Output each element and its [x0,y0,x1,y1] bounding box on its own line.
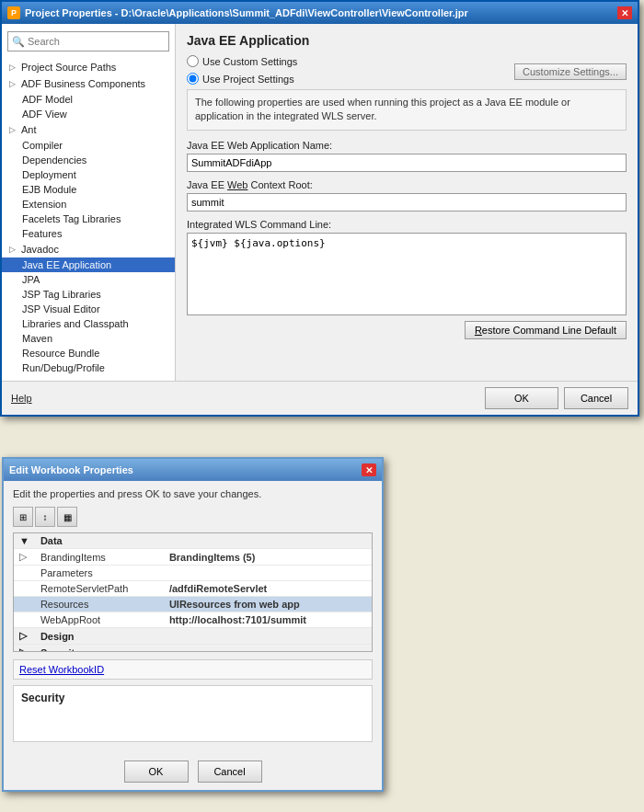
sidebar-item-jsp-visual-editor[interactable]: JSP Visual Editor [2,302,175,316]
sidebar-item-run-debug-profile[interactable]: Run/Debug/Profile [2,360,175,375]
workbook-cancel-button[interactable]: Cancel [198,761,262,783]
prop-row-remote-servlet-path[interactable]: RemoteServletPath /adfdiRemoteServlet [14,581,372,597]
sidebar-item-extension[interactable]: Extension [2,197,175,212]
sidebar-item-project-source-paths[interactable]: ▷ Project Source Paths [2,59,175,75]
workbook-body: Edit the properties and press OK to save… [4,481,382,757]
prop-row-parameters[interactable]: Parameters [14,566,372,581]
security-label-box: Security [13,685,373,742]
group-design[interactable]: ▷ Design [14,628,372,645]
expand-icon: ▷ [6,243,18,256]
prop-row-branding-items[interactable]: ▷ BrandingItems BrandingItems (5) [14,549,372,566]
toolbar-table-button[interactable]: ▦ [57,507,77,527]
radio-project-settings-label: Use Project Settings [202,74,294,85]
tree-items: ▷ Project Source Paths ▷ ADF Business Co… [2,57,175,377]
sidebar-item-javadoc[interactable]: ▷ Javadoc [2,241,175,257]
property-table: ▼ Data ▷ BrandingItems BrandingItems (5)… [14,533,372,652]
expand-icon: ▼ [14,533,35,549]
workbook-properties-dialog: Edit Workbook Properties ✕ Edit the prop… [2,457,384,792]
search-input[interactable] [28,36,165,47]
group-data[interactable]: ▼ Data [14,533,372,549]
restore-command-line-button[interactable]: Restore Command Line Default [465,321,627,339]
right-panel: Java EE Application Use Custom Settings … [176,24,638,381]
sidebar-item-features[interactable]: Features [2,226,175,241]
main-dialog-footer: Help OK Cancel [2,381,638,415]
expand-icon: ▷ [6,123,18,136]
workbook-footer: OK Cancel [4,757,382,790]
group-security[interactable]: ▷ Security [14,645,372,653]
sidebar-item-jpa[interactable]: JPA [2,272,175,287]
main-dialog: P Project Properties - D:\Oracle\Applica… [0,0,639,417]
sidebar-item-maven[interactable]: Maven [2,331,175,346]
sidebar-item-java-ee-application[interactable]: Java EE Application [2,257,175,272]
sidebar-item-adf-business-components[interactable]: ▷ ADF Business Components [2,75,175,92]
customize-settings-button[interactable]: Customize Settings... [514,63,627,80]
main-dialog-title: Project Properties - D:\Oracle\Applicati… [25,7,468,18]
sidebar-item-resource-bundle[interactable]: Resource Bundle [2,346,175,360]
search-icon: 🔍 [12,36,25,48]
toolbar-grid-button[interactable]: ⊞ [13,507,33,527]
search-box: 🔍 [7,31,169,51]
sidebar-item-dependencies[interactable]: Dependencies [2,153,175,167]
expand-icon: ▷ [14,628,35,645]
prop-row-resources[interactable]: Resources UIResources from web app [14,597,372,612]
prop-row-web-app-root[interactable]: WebAppRoot http://localhost:7101/summit [14,612,372,628]
main-title-bar: P Project Properties - D:\Oracle\Applica… [2,2,638,24]
web-underline: Web [227,179,247,190]
toolbar-sort-button[interactable]: ↕ [35,507,55,527]
sidebar-item-adf-view[interactable]: ADF View [2,107,175,121]
radio-project-settings-row: Use Project Settings [187,73,297,85]
web-app-name-input[interactable] [187,154,627,172]
sidebar-item-facelets-tag-libraries[interactable]: Facelets Tag Libraries [2,212,175,226]
web-context-root-input[interactable] [187,193,627,212]
sidebar-item-compiler[interactable]: Compiler [2,138,175,153]
radio-custom-settings-label: Use Custom Settings [202,56,297,67]
workbook-ok-button[interactable]: OK [124,761,189,783]
property-table-container: ▼ Data ▷ BrandingItems BrandingItems (5)… [13,532,373,652]
radio-project-settings[interactable] [187,73,199,85]
dialog-content: 🔍 ▷ Project Source Paths ▷ ADF Business … [2,24,638,381]
workbook-close-button[interactable]: ✕ [362,463,376,476]
main-cancel-button[interactable]: Cancel [564,387,628,409]
main-close-button[interactable]: ✕ [617,6,632,19]
workbook-description: Edit the properties and press OK to save… [13,488,373,499]
expand-icon: ▷ [14,549,35,566]
sidebar-item-ejb-module[interactable]: EJB Module [2,182,175,197]
left-panel: 🔍 ▷ Project Source Paths ▷ ADF Business … [2,24,176,381]
panel-title: Java EE Application [187,33,627,48]
command-line-textarea[interactable]: ${jvm} ${java.options} [187,233,627,315]
security-label: Security [21,692,64,704]
info-box: The following properties are used when r… [187,89,627,131]
sidebar-item-deployment[interactable]: Deployment [2,167,175,182]
main-ok-button[interactable]: OK [485,387,558,409]
radio-group: Use Custom Settings Use Project Settings… [187,55,627,87]
expand-icon: ▷ [14,645,35,653]
sidebar-item-jsp-tag-libraries[interactable]: JSP Tag Libraries [2,287,175,302]
expand-icon: ▷ [6,77,18,90]
expand-icon: ▷ [6,61,18,74]
app-icon: P [7,6,20,19]
radio-custom-settings-row: Use Custom Settings [187,55,297,67]
web-app-name-label: Java EE Web Application Name: [187,140,627,151]
workbook-dialog-title: Edit Workbook Properties [9,464,133,475]
web-context-root-label: Java EE Web Context Root: [187,179,627,190]
radio-custom-settings[interactable] [187,55,199,67]
sidebar-item-ant[interactable]: ▷ Ant [2,121,175,138]
reset-workbook-id-link[interactable]: Reset WorkbookID [13,659,373,680]
sidebar-item-libraries-and-classpath[interactable]: Libraries and Classpath [2,316,175,331]
sidebar-item-adf-model[interactable]: ADF Model [2,92,175,107]
command-line-label: Integrated WLS Command Line: [187,219,627,230]
workbook-toolbar: ⊞ ↕ ▦ [13,507,373,527]
help-button[interactable]: Help [11,393,32,404]
workbook-title-bar: Edit Workbook Properties ✕ [4,459,382,481]
